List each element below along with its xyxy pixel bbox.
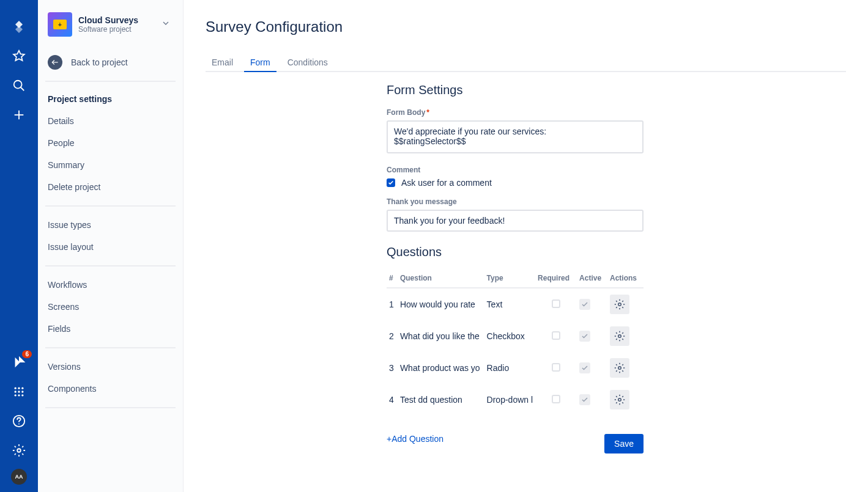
svg-point-20	[618, 398, 621, 402]
question-row: 2 What did you like the Checkbox	[387, 320, 644, 352]
row-actions-button[interactable]	[610, 326, 629, 346]
sidebar-item-versions[interactable]: Versions	[38, 356, 183, 378]
row-question: How would you rate	[398, 288, 484, 320]
svg-point-9	[21, 391, 23, 392]
active-checkbox[interactable]	[579, 362, 590, 373]
active-checkbox[interactable]	[579, 394, 590, 405]
svg-point-15	[17, 449, 21, 452]
svg-point-19	[618, 367, 621, 370]
sidebar-item-people[interactable]: People	[38, 132, 183, 154]
jira-logo-icon[interactable]	[0, 12, 38, 42]
row-question: Test dd question	[398, 384, 484, 416]
divider	[45, 407, 176, 408]
svg-point-12	[21, 394, 23, 396]
required-checkbox[interactable]	[552, 299, 560, 308]
questions-table: # Question Type Required Active Actions …	[387, 270, 644, 416]
form-body-input[interactable]	[387, 120, 644, 153]
svg-point-11	[18, 394, 20, 396]
col-required: Required	[535, 270, 577, 288]
back-label: Back to project	[71, 57, 128, 67]
star-icon[interactable]	[0, 42, 38, 71]
save-button[interactable]: Save	[604, 434, 644, 453]
svg-point-4	[15, 387, 17, 389]
svg-point-7	[15, 391, 17, 392]
row-type: Drop-down l	[484, 384, 535, 416]
sidebar-item-workflows[interactable]: Workflows	[38, 274, 183, 296]
questions-heading: Questions	[387, 245, 644, 259]
main-content: Survey Configuration Email Form Conditio…	[184, 0, 868, 492]
sidebar-group-c: Workflows Screens Fields	[38, 274, 183, 340]
svg-point-14	[18, 424, 20, 425]
back-arrow-icon	[48, 55, 62, 70]
active-checkbox[interactable]	[579, 299, 590, 310]
row-type: Radio	[484, 352, 535, 384]
question-row: 1 How would you rate Text	[387, 288, 644, 320]
app-switcher-icon[interactable]	[0, 377, 38, 406]
row-actions-button[interactable]	[610, 390, 629, 409]
row-actions-button[interactable]	[610, 358, 629, 378]
tab-conditions[interactable]: Conditions	[281, 54, 334, 71]
row-type: Checkbox	[484, 320, 535, 352]
page-title: Survey Configuration	[206, 18, 846, 35]
sidebar-item-screens[interactable]: Screens	[38, 296, 183, 318]
sidebar-item-issue-layout[interactable]: Issue layout	[38, 236, 183, 258]
sidebar-item-issue-types[interactable]: Issue types	[38, 214, 183, 236]
row-num: 4	[387, 384, 398, 416]
tab-form[interactable]: Form	[244, 54, 276, 72]
col-question: Question	[398, 270, 484, 288]
sidebar-item-fields[interactable]: Fields	[38, 318, 183, 340]
notification-icon[interactable]: 6	[0, 348, 38, 377]
thankyou-label: Thank you message	[387, 197, 644, 206]
required-checkbox[interactable]	[552, 363, 560, 372]
chevron-down-icon[interactable]	[158, 16, 173, 33]
tab-bar: Email Form Conditions	[206, 54, 846, 72]
row-type: Text	[484, 288, 535, 320]
sidebar-group-d: Versions Components	[38, 356, 183, 400]
comment-label: Comment	[387, 166, 644, 174]
active-checkbox[interactable]	[579, 331, 590, 342]
notification-badge: 6	[22, 350, 32, 358]
sidebar-item-delete-project[interactable]: Delete project	[38, 176, 183, 198]
project-avatar: +	[48, 12, 72, 37]
svg-point-8	[18, 391, 20, 392]
global-nav-rail: 6 AA	[0, 0, 38, 492]
divider	[45, 347, 176, 348]
search-icon[interactable]	[0, 71, 38, 100]
row-actions-button[interactable]	[610, 295, 629, 314]
svg-point-10	[15, 394, 17, 396]
tab-email[interactable]: Email	[206, 54, 239, 71]
row-question: What did you like the	[398, 320, 484, 352]
sidebar-item-details[interactable]: Details	[38, 110, 183, 132]
row-num: 1	[387, 288, 398, 320]
svg-line-1	[21, 87, 24, 91]
svg-point-18	[618, 335, 621, 338]
col-active: Active	[577, 270, 607, 288]
ask-comment-checkbox[interactable]	[387, 178, 395, 187]
svg-point-6	[21, 387, 23, 389]
question-row: 4 Test dd question Drop-down l	[387, 384, 644, 416]
svg-point-0	[14, 81, 22, 89]
divider	[45, 265, 176, 266]
settings-icon[interactable]	[0, 436, 38, 465]
row-num: 2	[387, 320, 398, 352]
help-icon[interactable]	[0, 406, 38, 436]
user-avatar[interactable]: AA	[11, 469, 27, 485]
svg-point-17	[618, 303, 621, 306]
form-body-label: Form Body*	[387, 108, 644, 117]
form-settings-heading: Form Settings	[387, 83, 644, 97]
project-name: Cloud Surveys	[78, 15, 152, 25]
sidebar-item-components[interactable]: Components	[38, 378, 183, 400]
sidebar-group-b: Issue types Issue layout	[38, 214, 183, 258]
sidebar-section-title: Project settings	[38, 89, 183, 110]
required-checkbox[interactable]	[552, 395, 560, 403]
project-sidebar: + Cloud Surveys Software project Back to…	[38, 0, 184, 492]
question-row: 3 What product was yo Radio	[387, 352, 644, 384]
back-to-project[interactable]: Back to project	[38, 49, 183, 81]
col-actions: Actions	[607, 270, 644, 288]
sidebar-item-summary[interactable]: Summary	[38, 154, 183, 176]
required-checkbox[interactable]	[552, 331, 560, 340]
row-question: What product was yo	[398, 352, 484, 384]
thankyou-input[interactable]	[387, 210, 644, 232]
add-question-link[interactable]: +Add Question	[387, 429, 443, 449]
plus-icon[interactable]	[0, 100, 38, 130]
